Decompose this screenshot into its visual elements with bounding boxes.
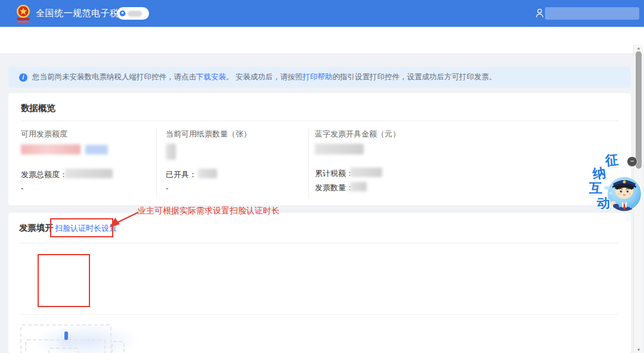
download-install-link[interactable]: 下载安装 (196, 73, 226, 81)
location-pin-icon (119, 10, 126, 17)
location-redacted-value (128, 11, 142, 17)
annotation-arrow-icon (106, 209, 142, 231)
issued-value-redacted (198, 169, 217, 178)
invoice-fill-title: 发票填开 (19, 222, 54, 234)
username-redacted[interactable] (545, 7, 639, 20)
user-icon (535, 8, 544, 18)
invoice-fill-card: 发票填开 扫脸认证时长设置 (8, 213, 631, 353)
quota-unit-redacted (85, 145, 108, 154)
assistant-char-dong: 动 (597, 194, 610, 212)
invoice-count-value-redacted (350, 182, 367, 191)
quota-dash: - (21, 184, 23, 193)
total-tax-value-redacted (350, 168, 382, 177)
amount-value-redacted (315, 144, 364, 154)
scrollbar-up-icon[interactable]: ▲ (634, 46, 643, 50)
assistant-char-zheng: 征 (604, 151, 619, 170)
issued-label: 已开具： (166, 169, 197, 180)
total-quota-value-redacted (65, 169, 113, 178)
print-control-notice-banner: i 您当前尚未安装数电票纳税人端打印控件，请点击下载安装。 安装成功后，请按照打… (8, 67, 631, 88)
loading-skeleton-bar (64, 332, 68, 340)
info-icon: i (19, 73, 27, 82)
overview-title: 数据概览 (21, 103, 55, 114)
paper-count-value-redacted (166, 144, 176, 160)
app-header: 全国统一规范电子税务局 (0, 0, 644, 27)
blue-invoice-amount-label: 蓝字发票开具金额（元） (315, 129, 400, 140)
scrollbar-down-icon[interactable]: ▼ (634, 348, 643, 352)
annotation-text: 业主可根据实际需求设置扫脸认证时长 (138, 206, 280, 216)
available-invoice-quota-label: 可用发票额度 (21, 129, 67, 140)
tax-bureau-logo-icon (14, 4, 32, 24)
assistant-collapse-button[interactable]: − (627, 157, 637, 166)
issued-dash: - (166, 184, 168, 193)
print-help-link[interactable]: 打印帮助 (302, 73, 332, 81)
total-quota-label: 发票总额度： (21, 169, 67, 180)
paper-invoice-count-label: 当前可用纸票数量（张） (166, 129, 251, 140)
breadcrumb-bar (0, 27, 644, 53)
data-overview-card: 数据概览 可用发票额度 发票总额度： - 当前可用纸票数量（张） 已开具： - … (8, 93, 631, 205)
loading-skeleton-box (48, 348, 79, 353)
loading-skeleton-box (112, 341, 125, 353)
invoice-count-label: 发票数量： (315, 182, 354, 193)
banner-text-middle: 。 安装成功后，请按照 (226, 73, 302, 81)
banner-text-after: 的指引设置打印控件，设置成功后方可打印发票。 (332, 73, 496, 81)
location-pill[interactable] (117, 7, 149, 20)
quota-value-redacted (21, 144, 80, 154)
total-tax-label: 累计税额： (315, 168, 354, 179)
banner-text-before: 您当前尚未安装数电票纳税人端打印控件，请点击 (32, 73, 196, 81)
